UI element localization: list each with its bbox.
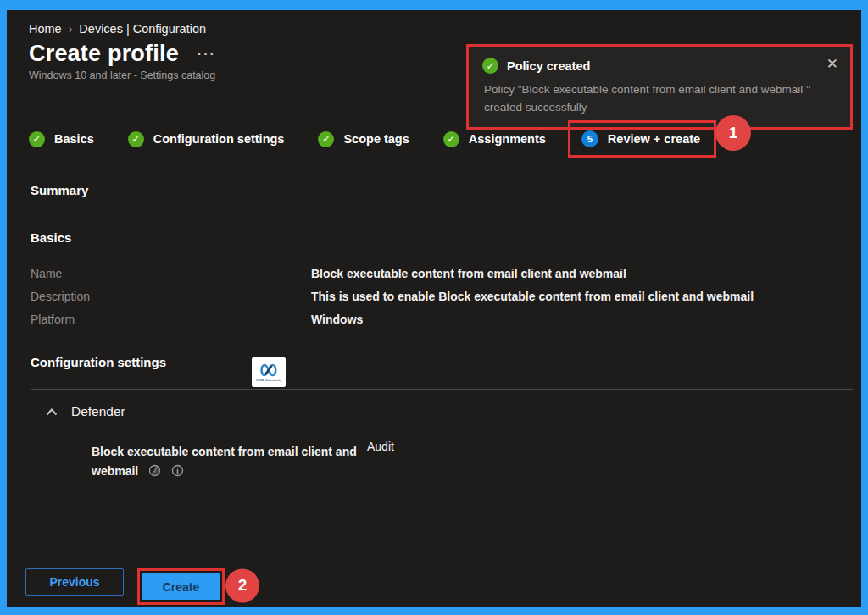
- row-name-label: Name: [31, 267, 311, 280]
- breadcrumb-separator-icon: ›: [69, 22, 73, 36]
- step-5-icon: 5: [581, 130, 598, 147]
- basics-heading: Basics: [31, 230, 861, 245]
- tab-review-create-label: Review + create: [608, 132, 700, 146]
- setting-label-text: Block executable content from email clie…: [92, 445, 357, 478]
- summary-heading: Summary: [31, 183, 861, 197]
- tab-assignments[interactable]: ✓ Assignments: [443, 131, 546, 147]
- previous-button[interactable]: Previous: [25, 568, 124, 596]
- logo-caption: HTMD Community: [256, 379, 281, 382]
- infinity-logo-icon: [258, 363, 280, 378]
- check-icon: ✓: [443, 131, 459, 147]
- basics-rows: Name Block executable content from email…: [31, 267, 861, 326]
- tab-configuration-settings[interactable]: ✓ Configuration settings: [128, 131, 285, 147]
- portal-window: Home › Devices | Configuration Create pr…: [0, 0, 868, 615]
- page-title: Create profile: [29, 41, 179, 67]
- tab-configuration-settings-label: Configuration settings: [153, 132, 285, 146]
- tab-review-create[interactable]: 5 Review + create: [581, 130, 700, 147]
- success-check-icon: ✓: [482, 58, 498, 74]
- htmd-community-logo: HTMD Community: [252, 357, 286, 387]
- wizard-steps: ✓ Basics ✓ Configuration settings ✓ Scop…: [29, 120, 861, 158]
- create-highlight-box: Create 2: [137, 568, 225, 605]
- more-options-icon[interactable]: ···: [198, 47, 216, 62]
- row-platform-label: Platform: [31, 313, 311, 326]
- breadcrumb-devices-configuration[interactable]: Devices | Configuration: [79, 22, 206, 36]
- setting-value: Audit: [367, 440, 394, 481]
- configuration-settings-heading: Configuration settings: [31, 355, 861, 369]
- tab-scope-tags[interactable]: ✓ Scope tags: [318, 131, 409, 147]
- row-description-label: Description: [31, 290, 311, 303]
- applicability-icon[interactable]: [148, 464, 161, 477]
- policy-created-toast: ✓ Policy created ✕ Policy "Block executa…: [466, 44, 853, 130]
- check-icon: ✓: [128, 131, 144, 147]
- toast-message: Policy "Block executable content from em…: [484, 81, 840, 117]
- row-platform-value: Windows: [311, 313, 363, 326]
- toast-title: Policy created: [507, 59, 590, 73]
- tab-assignments-label: Assignments: [469, 132, 546, 146]
- create-profile-page: Home › Devices | Configuration Create pr…: [7, 22, 861, 615]
- tab-basics[interactable]: ✓ Basics: [29, 131, 94, 147]
- breadcrumb: Home › Devices | Configuration: [29, 22, 861, 36]
- chevron-up-icon: [46, 408, 58, 416]
- review-create-highlight-box: 5 Review + create 1: [568, 120, 716, 158]
- defender-group-toggle[interactable]: Defender: [46, 404, 861, 419]
- tab-basics-label: Basics: [54, 132, 94, 146]
- row-description-value: This is used to enable Block executable …: [311, 290, 754, 303]
- toast-header: ✓ Policy created: [482, 58, 838, 74]
- check-icon: ✓: [29, 131, 45, 147]
- create-button[interactable]: Create: [142, 573, 220, 600]
- setting-label: Block executable content from email clie…: [92, 442, 367, 481]
- row-platform: Platform Windows: [31, 313, 861, 326]
- annotation-badge-1: 1: [715, 115, 751, 151]
- row-name: Name Block executable content from email…: [31, 267, 861, 280]
- info-icon[interactable]: [171, 464, 184, 477]
- wizard-footer: Previous Create 2: [7, 551, 861, 615]
- defender-group-label: Defender: [71, 404, 125, 419]
- breadcrumb-home[interactable]: Home: [29, 22, 62, 36]
- setting-icons: [148, 464, 184, 477]
- row-name-value: Block executable content from email clie…: [311, 267, 626, 280]
- setting-row: Block executable content from email clie…: [92, 442, 861, 481]
- row-description: Description This is used to enable Block…: [31, 290, 861, 303]
- annotation-badge-2: 2: [225, 568, 259, 602]
- close-icon[interactable]: ✕: [826, 57, 838, 71]
- tab-scope-tags-label: Scope tags: [343, 132, 409, 146]
- check-icon: ✓: [318, 131, 334, 147]
- section-divider: [31, 389, 853, 390]
